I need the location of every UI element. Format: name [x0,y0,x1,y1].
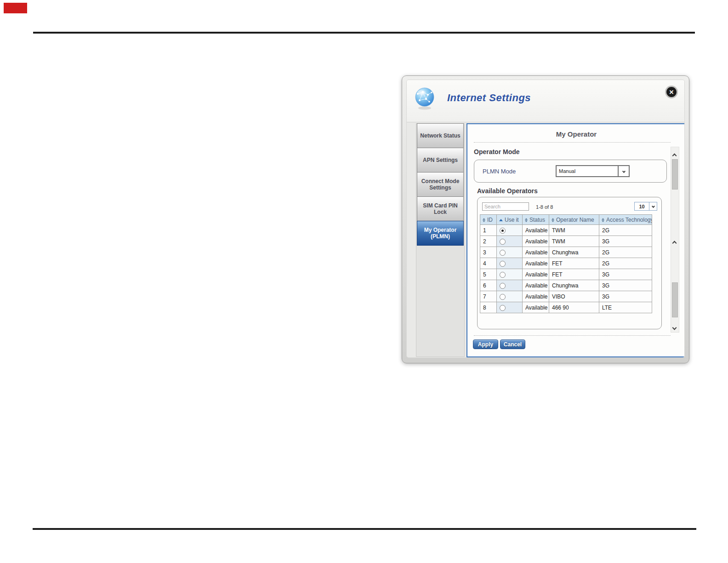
column-header-access-technology[interactable]: Access Technology [599,215,652,225]
sidebar-item-my-operator-plmn[interactable]: My Operator (PLMN) [417,221,464,246]
dialog-title: Internet Settings [447,92,531,104]
close-button[interactable]: ✕ [665,86,678,98]
table-cell: 3G [599,280,652,291]
sidebar-item-network-status[interactable]: Network Status [417,123,464,148]
scroll-up-icon[interactable] [673,238,676,247]
table-row: 1AvailableTWM2G [480,225,652,236]
table-cell [497,291,523,302]
page-size-select[interactable]: 10 [634,202,657,211]
table-cell: 3 [480,247,497,258]
table-row: 8Available466 90LTE [480,302,652,313]
table-cell: FET [549,258,599,269]
scroll-up-icon[interactable] [673,151,676,159]
sort-icon [602,218,604,222]
table-cell: 3G [599,236,652,247]
table-cell: LTE [599,302,652,313]
table-row: 5AvailableFET3G [480,269,652,280]
red-corner-mark [4,3,27,13]
sort-asc-icon [499,219,503,221]
sidebar-item-sim-card-pin-lock[interactable]: SIM Card PIN Lock [417,196,464,221]
table-cell: 8 [480,302,497,313]
table-cell: TWM [549,225,599,236]
table-cell: 3G [599,269,652,280]
scrollbar-thumb[interactable] [672,282,678,317]
table-row: 3AvailableChunghwa2G [480,247,652,258]
table-cell: Chunghwa [549,247,599,258]
use-it-radio[interactable] [500,261,506,267]
table-cell [497,302,523,313]
use-it-radio[interactable] [500,283,506,289]
table-cell [497,269,523,280]
table-cell: Available [523,236,549,247]
use-it-radio[interactable] [500,294,506,300]
column-header-use-it[interactable]: Use it [497,215,523,225]
chevron-down-icon[interactable] [649,202,657,210]
table-cell: Available [523,225,549,236]
table-cell: TWM [549,236,599,247]
page-top-rule [33,32,695,34]
sidebar-item-apn-settings[interactable]: APN Settings [417,148,464,172]
table-cell: VIBO [549,291,599,302]
table-cell: 6 [480,280,497,291]
sort-icon [483,218,485,222]
operator-mode-box: PLMN Mode Manual [474,160,667,183]
table-cell [497,280,523,291]
plmn-mode-value: Manual [557,166,618,176]
table-cell: 4 [480,258,497,269]
cancel-button[interactable]: Cancel [500,339,525,349]
operators-table: IDUse itStatusOperator NameAccess Techno… [480,214,652,313]
available-operators-box: 1-8 of 8 10 IDUse itStatusOperator NameA… [477,197,662,329]
globe-icon [414,87,435,110]
use-it-radio[interactable] [500,228,506,234]
table-cell: 5 [480,269,497,280]
internet-settings-dialog: Internet Settings ✕ Network StatusAPN Se… [402,75,689,363]
table-cell: Available [523,291,549,302]
page-bottom-rule [33,528,696,530]
column-header-operator-name[interactable]: Operator Name [549,215,599,225]
table-cell [497,258,523,269]
plmn-mode-label: PLMN Mode [483,168,516,175]
apply-button[interactable]: Apply [473,339,498,349]
table-row: 2AvailableTWM3G [480,236,652,247]
table-cell: 466 90 [549,302,599,313]
column-header-status[interactable]: Status [523,215,549,225]
table-cell: 1 [480,225,497,236]
table-cell: 7 [480,291,497,302]
table-cell: Available [523,258,549,269]
scrollbar[interactable] [671,147,679,333]
scroll-down-icon[interactable] [673,323,676,331]
sidebar-item-connect-mode-settings[interactable]: Connect Mode Settings [417,172,464,197]
table-cell [497,236,523,247]
table-cell: Available [523,269,549,280]
table-row: 7AvailableVIBO3G [480,291,652,302]
use-it-radio[interactable] [500,250,506,256]
dotted-divider [474,142,671,143]
table-cell: Available [523,280,549,291]
sidebar: Network StatusAPN SettingsConnect Mode S… [417,124,464,246]
column-header-id[interactable]: ID [480,215,497,225]
plmn-mode-select[interactable]: Manual [556,165,630,177]
panel-title: My Operator [467,130,685,138]
scrollbar-thumb[interactable] [672,159,678,190]
available-operators-heading: Available Operators [477,187,538,195]
table-cell: 2G [599,258,652,269]
table-cell: Available [523,302,549,313]
table-cell: Available [523,247,549,258]
chevron-down-icon[interactable] [618,166,629,176]
result-range-text: 1-8 of 8 [536,204,553,210]
sort-icon [525,218,528,222]
search-input[interactable] [482,202,529,211]
table-cell: 3G [599,291,652,302]
table-cell: 2 [480,236,497,247]
table-cell: 2G [599,247,652,258]
use-it-radio[interactable] [500,305,506,311]
my-operator-panel: My Operator Operator Mode PLMN Mode Manu… [466,123,685,357]
close-icon: ✕ [666,87,677,97]
use-it-radio[interactable] [500,239,506,245]
use-it-radio[interactable] [500,272,506,278]
table-cell: FET [549,269,599,280]
sort-icon [552,218,554,222]
table-cell [497,225,523,236]
table-row: 6AvailableChunghwa3G [480,280,652,291]
table-cell: Chunghwa [549,280,599,291]
